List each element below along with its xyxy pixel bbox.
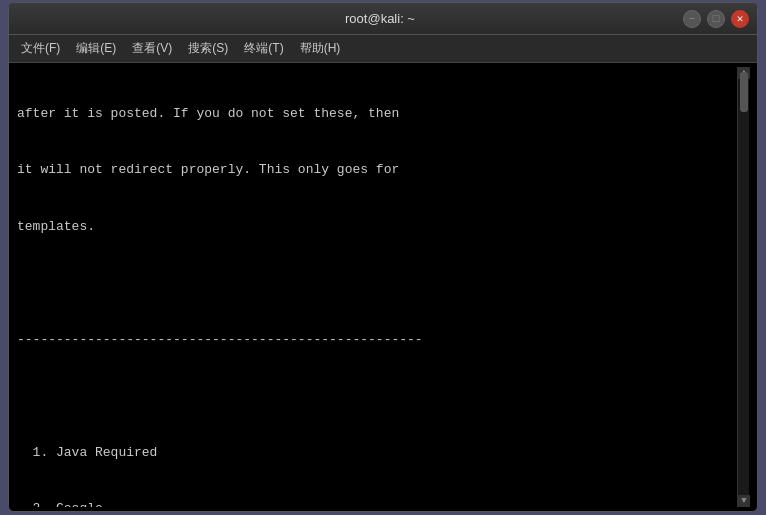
terminal-area[interactable]: after it is posted. If you do not set th… [9, 63, 757, 511]
maximize-button[interactable]: □ [707, 10, 725, 28]
menu-help[interactable]: 帮助(H) [292, 36, 349, 61]
menu-file[interactable]: 文件(F) [13, 36, 68, 61]
terminal-output: after it is posted. If you do not set th… [17, 67, 737, 507]
terminal-line-5: ----------------------------------------… [17, 331, 737, 350]
menu-view[interactable]: 查看(V) [124, 36, 180, 61]
terminal-line-7: 1. Java Required [17, 444, 737, 463]
minimize-button[interactable]: − [683, 10, 701, 28]
menu-terminal[interactable]: 终端(T) [236, 36, 291, 61]
terminal-line-6 [17, 387, 737, 406]
titlebar: root@kali: ~ − □ ✕ [9, 3, 757, 35]
menu-search[interactable]: 搜索(S) [180, 36, 236, 61]
close-button[interactable]: ✕ [731, 10, 749, 28]
terminal-line-8: 2. Google [17, 500, 737, 507]
window-title: root@kali: ~ [77, 11, 683, 26]
menu-edit[interactable]: 编辑(E) [68, 36, 124, 61]
terminal-line-1: after it is posted. If you do not set th… [17, 105, 737, 124]
terminal-line-4 [17, 274, 737, 293]
terminal-line-2: it will not redirect properly. This only… [17, 161, 737, 180]
scroll-down-button[interactable]: ▼ [738, 495, 750, 507]
terminal-line-3: templates. [17, 218, 737, 237]
scrollbar-thumb[interactable] [740, 72, 748, 112]
scrollbar[interactable]: ▲ ▼ [737, 67, 749, 507]
menubar: 文件(F) 编辑(E) 查看(V) 搜索(S) 终端(T) 帮助(H) [9, 35, 757, 63]
window-controls: − □ ✕ [683, 10, 749, 28]
terminal-window: root@kali: ~ − □ ✕ 文件(F) 编辑(E) 查看(V) 搜索(… [8, 2, 758, 512]
